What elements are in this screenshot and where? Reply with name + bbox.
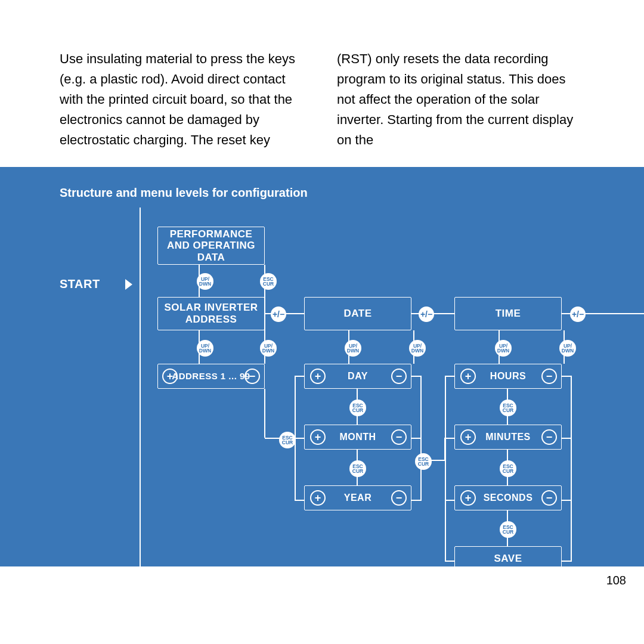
badge-updwn-bot: DWN bbox=[562, 348, 574, 354]
badge-updwn: UP/ DWN bbox=[495, 340, 512, 357]
box-address-range-label: ADDRESS 1 ... 99 bbox=[172, 371, 250, 381]
connector bbox=[411, 438, 421, 439]
badge-esccur: ESC CUR bbox=[500, 460, 516, 477]
badge-esccur-bot: CUR bbox=[282, 440, 293, 445]
badge-esccur-bot: CUR bbox=[418, 462, 429, 467]
badge-updwn: UP/ DWN bbox=[197, 273, 213, 290]
badge-esccur-bot: CUR bbox=[352, 469, 363, 474]
box-solar-address-label: SOLAR INVERTER ADDRESS bbox=[158, 302, 264, 325]
badge-updwn: UP/ DWN bbox=[345, 340, 361, 357]
badge-esccur-bot: CUR bbox=[503, 469, 513, 474]
plus-icon: + bbox=[460, 429, 476, 445]
connector bbox=[295, 376, 304, 377]
badge-esccur: ESC CUR bbox=[415, 453, 432, 470]
badge-updwn: UP/ DWN bbox=[559, 340, 576, 357]
badge-esccur-bot: CUR bbox=[352, 408, 363, 413]
box-save-label: SAVE bbox=[494, 553, 522, 565]
box-day-label: DAY bbox=[348, 371, 368, 382]
btn-plus-minus: +/− bbox=[419, 306, 434, 322]
box-time: TIME bbox=[454, 297, 562, 330]
btn-plus-minus: +/− bbox=[271, 306, 286, 322]
badge-updwn-bot: DWN bbox=[497, 348, 509, 354]
badge-updwn-bot: DWN bbox=[411, 348, 423, 354]
minus-icon: − bbox=[541, 429, 557, 445]
page-number: 108 bbox=[606, 574, 626, 587]
box-save: SAVE bbox=[454, 546, 562, 571]
start-label: START bbox=[60, 277, 100, 291]
plus-icon: + bbox=[162, 369, 178, 384]
menu-diagram: START PERFORMANCE AND OPERATING DATA UP/… bbox=[0, 167, 644, 566]
badge-esccur-bot: CUR bbox=[263, 281, 274, 287]
badge-updwn-bot: DWN bbox=[199, 348, 211, 354]
plus-icon: + bbox=[460, 369, 476, 384]
connector bbox=[295, 500, 304, 501]
connector bbox=[411, 376, 421, 377]
plus-icon: + bbox=[460, 490, 476, 506]
box-performance: PERFORMANCE AND OPERATING DATA bbox=[157, 227, 265, 265]
minus-icon: − bbox=[541, 369, 557, 384]
box-year-label: YEAR bbox=[344, 493, 371, 503]
box-date: DATE bbox=[304, 297, 411, 330]
connector bbox=[571, 376, 572, 562]
connector bbox=[445, 500, 454, 501]
connector bbox=[433, 313, 454, 314]
badge-esccur-bot: CUR bbox=[503, 530, 513, 535]
badge-esccur: ESC CUR bbox=[349, 400, 366, 416]
plus-icon: + bbox=[310, 490, 326, 506]
diagram-band: Structure and menu levels for configurat… bbox=[0, 167, 644, 566]
badge-esccur: ESC CUR bbox=[500, 521, 516, 538]
box-hours-label: HOURS bbox=[490, 371, 526, 382]
badge-esccur-bot: CUR bbox=[503, 408, 513, 413]
connector bbox=[562, 438, 571, 439]
play-icon bbox=[125, 279, 132, 290]
box-seconds-label: SECONDS bbox=[484, 493, 533, 503]
box-performance-label: PERFORMANCE AND OPERATING DATA bbox=[158, 228, 264, 264]
box-time-label: TIME bbox=[496, 308, 521, 320]
connector bbox=[562, 561, 571, 562]
box-month-label: MONTH bbox=[339, 432, 376, 442]
connector bbox=[411, 500, 421, 501]
badge-updwn: UP/ DWN bbox=[197, 340, 213, 357]
connector bbox=[264, 389, 265, 438]
minus-icon: − bbox=[391, 369, 407, 384]
badge-updwn-bot: DWN bbox=[199, 281, 211, 287]
badge-updwn-bot: DWN bbox=[347, 348, 359, 354]
badge-esccur: ESC CUR bbox=[349, 460, 366, 477]
connector bbox=[445, 438, 454, 439]
connector bbox=[295, 438, 304, 439]
btn-plus-minus: +/− bbox=[570, 306, 586, 322]
badge-updwn: UP/ DWN bbox=[260, 340, 277, 357]
connector bbox=[285, 313, 304, 314]
badge-updwn: UP/ DWN bbox=[409, 340, 426, 357]
body-text: Use insulating material to press the key… bbox=[60, 49, 578, 150]
connector bbox=[445, 376, 446, 562]
connector bbox=[445, 376, 454, 377]
plus-icon: + bbox=[310, 369, 326, 384]
box-date-label: DATE bbox=[343, 308, 371, 320]
connector bbox=[562, 376, 571, 377]
badge-esccur: ESC CUR bbox=[279, 432, 296, 448]
divider-line bbox=[140, 208, 141, 566]
minus-icon: − bbox=[391, 490, 407, 506]
minus-icon: − bbox=[391, 429, 407, 445]
badge-esccur: ESC CUR bbox=[500, 400, 516, 416]
connector bbox=[584, 313, 644, 314]
box-minutes-label: MINUTES bbox=[485, 432, 531, 442]
minus-icon: − bbox=[541, 490, 557, 506]
connector bbox=[562, 500, 571, 501]
connector bbox=[445, 561, 454, 562]
badge-updwn-bot: DWN bbox=[262, 348, 274, 354]
box-solar-address: SOLAR INVERTER ADDRESS bbox=[157, 297, 265, 330]
plus-icon: + bbox=[310, 429, 326, 445]
connector bbox=[444, 438, 445, 460]
minus-icon: − bbox=[244, 369, 260, 384]
badge-esccur: ESC CUR bbox=[260, 273, 277, 290]
